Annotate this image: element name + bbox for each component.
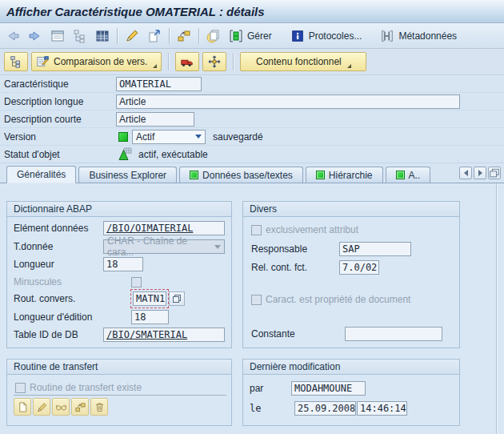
version-status: sauvegardé bbox=[213, 131, 263, 143]
grid-view-icon[interactable] bbox=[94, 28, 110, 44]
toolbar-separator bbox=[198, 28, 199, 44]
minuscules-checkbox[interactable] bbox=[131, 277, 142, 287]
routine-existe-checkbox[interactable] bbox=[15, 383, 26, 393]
tab-attributs-label: A.. bbox=[409, 170, 421, 181]
longueur-label: Longueur bbox=[7, 259, 54, 270]
hierarchy-icon[interactable] bbox=[72, 28, 88, 44]
tab-attributs[interactable]: A.. bbox=[386, 167, 430, 183]
where-used-button[interactable] bbox=[202, 52, 226, 71]
forward-icon[interactable] bbox=[27, 28, 43, 44]
multiple-values-button[interactable] bbox=[169, 291, 185, 306]
tab-donnees-base-textes-label: Données base/textes bbox=[202, 170, 293, 181]
chevron-down-icon bbox=[195, 135, 202, 139]
tdonnee-dropdown[interactable]: CHAR - Chaîne de cara... bbox=[103, 239, 225, 254]
toolbar-separator bbox=[117, 28, 118, 44]
transport-icon[interactable] bbox=[176, 28, 192, 44]
application-toolbar: Comparaison de vers. Contenu fonctionnel bbox=[0, 49, 504, 75]
transport-routine-button[interactable] bbox=[71, 398, 89, 416]
row-exclusivement-attribut: exclusivement attribut bbox=[243, 222, 459, 238]
caracteristique-field[interactable]: OMATERIAL bbox=[116, 77, 202, 91]
transport-truck-button[interactable] bbox=[175, 52, 199, 71]
create-routine-button[interactable] bbox=[14, 398, 31, 416]
tab-donnees-base-textes[interactable]: Données base/textes bbox=[179, 167, 303, 183]
header-form: Caractéristique OMATERIAL Description lo… bbox=[0, 75, 504, 164]
row-version: Version Actif sauvegardé bbox=[0, 128, 504, 146]
modif-time-field[interactable]: 14:46:14 bbox=[357, 401, 407, 416]
change-routine-button[interactable] bbox=[33, 398, 50, 416]
rout-convers-value: MATN1 bbox=[136, 293, 165, 304]
overview-icon[interactable] bbox=[50, 28, 66, 44]
row-caracteristique: Caractéristique OMATERIAL bbox=[0, 75, 504, 93]
protocoles-button[interactable]: Protocoles... bbox=[290, 28, 362, 44]
row-caract-document: Caract. est propriété de document bbox=[243, 291, 459, 307]
tab-scroll-right-button[interactable] bbox=[474, 167, 486, 179]
table-id-db-field[interactable]: /BIO/SMATERIAL bbox=[103, 328, 225, 342]
tab-business-explorer[interactable]: Business Explorer bbox=[78, 167, 177, 183]
triangle-right-icon bbox=[478, 170, 482, 176]
group-dictionnaire-abap: Dictionnaire ABAP Elément données /BIO/O… bbox=[6, 201, 232, 348]
rel-cont-fct-field[interactable]: 7.0/02 bbox=[339, 260, 379, 275]
modif-par-field[interactable]: MODAHMOUNE bbox=[291, 381, 366, 396]
copy-icon[interactable] bbox=[146, 28, 162, 44]
minuscules-label: Minuscules bbox=[7, 276, 62, 287]
delete-routine-button[interactable] bbox=[90, 398, 108, 416]
group-routine-title: Routine de transfert bbox=[7, 360, 231, 375]
tab-list-button[interactable] bbox=[488, 167, 501, 179]
documents-icon[interactable] bbox=[206, 28, 222, 44]
element-donnees-label: Elément données bbox=[7, 223, 88, 234]
version-comparison-button[interactable]: Comparaison de vers. bbox=[31, 52, 162, 71]
longueur-edition-field[interactable]: 18 bbox=[131, 310, 169, 324]
version-active-led-icon bbox=[118, 132, 128, 142]
metadata-icon bbox=[379, 28, 395, 44]
caract-document-checkbox[interactable] bbox=[251, 295, 262, 305]
functional-content-button[interactable]: Contenu fonctionnel bbox=[240, 52, 366, 71]
group-modification-title: Dernière modification bbox=[243, 360, 459, 375]
description-longue-field[interactable]: Article bbox=[116, 94, 460, 109]
version-dropdown[interactable]: Actif bbox=[132, 130, 206, 144]
row-modif-le: le 25.09.2008 14:46:14 bbox=[243, 400, 459, 416]
table-id-db-label: Table ID de DB bbox=[7, 329, 78, 340]
group-dictionnaire-title: Dictionnaire ABAP bbox=[7, 202, 231, 217]
statut-label: Statut d'objet bbox=[0, 149, 116, 160]
standard-toolbar: Gérer Protocoles... Métadonnées bbox=[0, 23, 504, 49]
rout-convers-label: Rout. convers. bbox=[7, 293, 75, 304]
caracteristique-label: Caractéristique bbox=[0, 78, 116, 90]
metadonnees-button[interactable]: Métadonnées bbox=[379, 28, 457, 44]
row-modif-par: par MODAHMOUNE bbox=[243, 380, 459, 396]
display-change-icon[interactable] bbox=[124, 28, 140, 44]
object-status-icon bbox=[117, 147, 133, 163]
modif-le-label: le bbox=[243, 403, 261, 414]
protocols-icon bbox=[290, 28, 306, 44]
hierarchy-button[interactable] bbox=[4, 52, 28, 71]
group-divers: Divers exclusivement attribut Responsabl… bbox=[242, 201, 460, 348]
routine-button-row bbox=[14, 398, 108, 416]
modif-par-label: par bbox=[243, 383, 263, 394]
metadonnees-label: Métadonnées bbox=[398, 30, 457, 42]
protocoles-label: Protocoles... bbox=[309, 30, 362, 42]
modif-date-field[interactable]: 25.09.2008 bbox=[294, 401, 356, 416]
version-comparison-label: Comparaison de vers. bbox=[54, 56, 147, 67]
longueur-field[interactable]: 18 bbox=[103, 257, 143, 271]
constante-field[interactable] bbox=[345, 327, 442, 341]
green-led-icon bbox=[316, 171, 325, 179]
gerer-icon bbox=[228, 28, 244, 44]
exclusivement-attribut-checkbox[interactable] bbox=[251, 225, 262, 235]
rout-convers-field[interactable]: MATN1 bbox=[133, 291, 166, 306]
gerer-button[interactable]: Gérer bbox=[228, 28, 272, 44]
row-constante: Constante bbox=[243, 326, 459, 342]
tab-scroll-left-button[interactable] bbox=[459, 167, 472, 179]
row-responsable: Responsable SAP bbox=[243, 241, 459, 257]
toolbar-separator bbox=[168, 53, 169, 70]
tab-generalites[interactable]: Généralités bbox=[6, 166, 76, 183]
tab-hierarchie[interactable]: Hiérarchie bbox=[306, 167, 383, 183]
back-icon[interactable] bbox=[5, 28, 21, 44]
element-donnees-field[interactable]: /BIO/OIMATERIAL bbox=[103, 221, 225, 235]
tab-hierarchie-label: Hiérarchie bbox=[329, 170, 373, 181]
description-courte-field[interactable]: Article bbox=[116, 112, 194, 127]
functional-content-label: Contenu fonctionnel bbox=[256, 56, 342, 67]
dropdown-corner-icon bbox=[153, 64, 157, 68]
description-longue-label: Description longue bbox=[0, 96, 116, 107]
triangle-left-icon bbox=[464, 170, 468, 176]
display-routine-button[interactable] bbox=[52, 398, 70, 416]
responsable-field[interactable]: SAP bbox=[339, 242, 411, 256]
